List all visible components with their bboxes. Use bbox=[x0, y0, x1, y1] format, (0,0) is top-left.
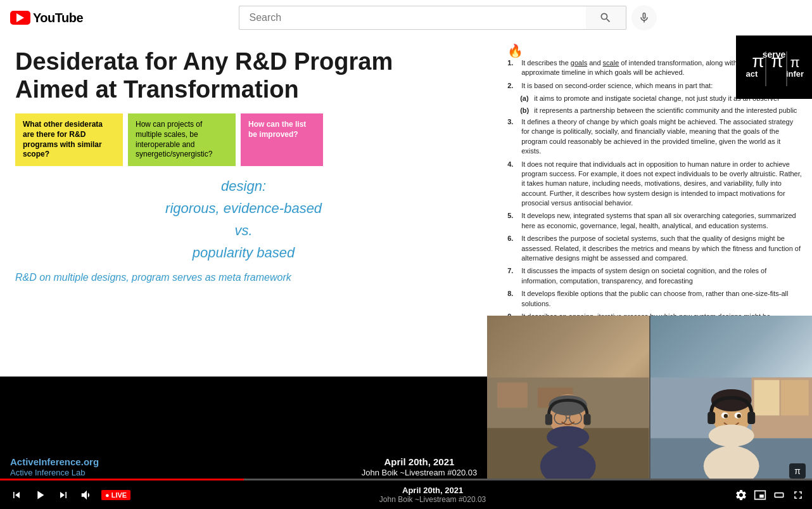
svg-rect-25 bbox=[781, 380, 809, 415]
bottom-controls: ● LIVE April 20th, 2021 John Boik ~Lives… bbox=[0, 486, 812, 505]
live-badge: ● LIVE bbox=[101, 490, 130, 500]
youtube-logo[interactable]: YouTube bbox=[10, 11, 83, 25]
fullscreen-icon bbox=[792, 489, 804, 501]
bottom-person-display: John Boik ~Livestream #020.03 bbox=[379, 495, 486, 504]
slide-title: Desiderata for Any R&D Program Aimed at … bbox=[15, 48, 472, 103]
pi-badge: π bbox=[789, 463, 806, 479]
slide-bottom-text: R&D on multiple designs, program serves … bbox=[15, 272, 472, 283]
skip-forward-button[interactable] bbox=[54, 486, 72, 504]
settings-icon bbox=[735, 489, 747, 501]
sticky-note-green: How can projects of multiple scales, be … bbox=[128, 113, 236, 165]
svg-rect-18 bbox=[584, 414, 591, 425]
list-flame-icon: 🔥 bbox=[507, 44, 523, 58]
band-lab: Active Inference Lab bbox=[10, 468, 99, 477]
progress-bar[interactable] bbox=[0, 479, 812, 480]
video-area[interactable]: Desiderata for Any R&D Program Aimed at … bbox=[0, 35, 812, 509]
sticky-note-pink: How can the list be improved? bbox=[241, 113, 323, 165]
theater-icon bbox=[773, 489, 785, 501]
person-right-svg bbox=[650, 316, 812, 479]
slide-bottom-band: ActiveInference.org Active Inference Lab… bbox=[0, 454, 487, 479]
webcam-left bbox=[487, 316, 649, 479]
bottom-bar: ● LIVE April 20th, 2021 John Boik ~Lives… bbox=[0, 479, 812, 509]
play-icon bbox=[33, 488, 47, 502]
list-item-4: 4. It does not require that individuals … bbox=[507, 160, 802, 209]
active-inference-logo: serve act infer π π π bbox=[739, 39, 809, 96]
sticky-note-yellow: What other desiderata are there for R&D … bbox=[15, 113, 123, 165]
svg-point-33 bbox=[737, 414, 740, 418]
main-content: Desiderata for Any R&D Program Aimed at … bbox=[0, 35, 812, 509]
progress-bar-fill bbox=[0, 479, 244, 480]
topbar: YouTube bbox=[0, 0, 812, 35]
list-item-5: 5. It develops new, integrated systems t… bbox=[507, 211, 802, 231]
list-item-3: 3. It defines a theory of change by whic… bbox=[507, 117, 802, 157]
list-item-8: 8. It develops flexible options that the… bbox=[507, 289, 802, 309]
search-container bbox=[239, 5, 657, 30]
logo-top-right: serve act infer π π π bbox=[736, 35, 812, 99]
bottom-right-controls bbox=[735, 489, 804, 501]
svg-text:π: π bbox=[790, 55, 799, 70]
miniplayer-button[interactable] bbox=[754, 489, 766, 501]
band-org: ActiveInference.org bbox=[10, 456, 99, 467]
skip-forward-icon bbox=[57, 489, 70, 501]
skip-back-button[interactable] bbox=[8, 486, 25, 504]
svg-text:π: π bbox=[752, 51, 764, 71]
svg-rect-29 bbox=[747, 412, 755, 424]
volume-button[interactable] bbox=[77, 486, 96, 505]
search-icon bbox=[599, 11, 612, 24]
settings-button[interactable] bbox=[735, 489, 747, 501]
mic-icon bbox=[638, 11, 650, 24]
skip-back-icon bbox=[10, 489, 23, 501]
webcam-area bbox=[487, 316, 812, 479]
webcam-right bbox=[649, 316, 812, 479]
svg-rect-28 bbox=[707, 412, 715, 424]
bottom-center-info: April 20th, 2021 John Boik ~Livestream #… bbox=[136, 486, 730, 504]
svg-point-34 bbox=[708, 425, 754, 447]
fullscreen-button[interactable] bbox=[792, 489, 804, 501]
search-button[interactable] bbox=[586, 6, 626, 30]
list-item-2b: (b) it represents a partnership between … bbox=[520, 106, 802, 115]
svg-point-20 bbox=[547, 426, 589, 448]
svg-rect-17 bbox=[545, 414, 552, 425]
svg-text:π: π bbox=[771, 51, 783, 71]
search-input[interactable] bbox=[239, 6, 586, 30]
bottom-date-display: April 20th, 2021 bbox=[402, 486, 463, 495]
youtube-logo-text: YouTube bbox=[33, 11, 83, 25]
slide-design-text: design: rigorous, evidence-based vs. pop… bbox=[15, 175, 472, 264]
svg-point-32 bbox=[723, 414, 727, 418]
volume-icon bbox=[80, 488, 94, 502]
miniplayer-icon bbox=[754, 489, 766, 501]
band-date: April 20th, 2021 bbox=[384, 456, 455, 467]
band-person: John Boik ~Livestream #020.03 bbox=[362, 468, 477, 477]
list-item-7: 7. It discusses the impacts of system de… bbox=[507, 266, 802, 286]
person-left-svg bbox=[487, 316, 649, 479]
play-button[interactable] bbox=[30, 486, 49, 505]
list-item-6: 6. It describes the purpose of societal … bbox=[507, 234, 802, 263]
theater-button[interactable] bbox=[773, 489, 785, 501]
svg-rect-24 bbox=[754, 380, 779, 415]
svg-text:infer: infer bbox=[786, 69, 804, 79]
slide-content: Desiderata for Any R&D Program Aimed at … bbox=[0, 35, 487, 377]
mic-button[interactable] bbox=[631, 5, 657, 30]
sticky-notes: What other desiderata are there for R&D … bbox=[15, 113, 472, 165]
svg-rect-10 bbox=[497, 382, 528, 408]
youtube-play-icon bbox=[10, 11, 30, 25]
